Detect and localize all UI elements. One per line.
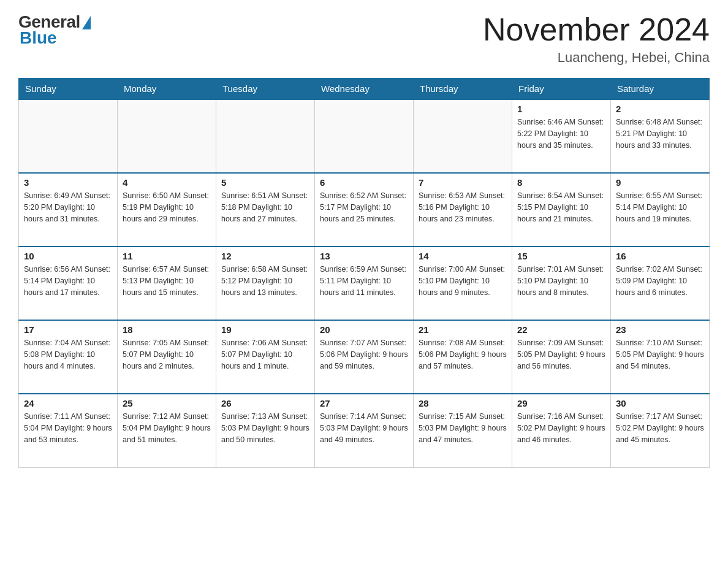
calendar-cell: 3Sunrise: 6:49 AM Sunset: 5:20 PM Daylig…: [19, 173, 118, 247]
day-info: Sunrise: 7:07 AM Sunset: 5:06 PM Dayligh…: [320, 337, 408, 372]
week-row-3: 10Sunrise: 6:56 AM Sunset: 5:14 PM Dayli…: [19, 247, 710, 320]
calendar-cell: 20Sunrise: 7:07 AM Sunset: 5:06 PM Dayli…: [315, 320, 414, 394]
day-info: Sunrise: 7:10 AM Sunset: 5:05 PM Dayligh…: [616, 337, 704, 372]
calendar-cell: [118, 99, 216, 173]
calendar-cell: 17Sunrise: 7:04 AM Sunset: 5:08 PM Dayli…: [19, 320, 118, 394]
day-info: Sunrise: 7:02 AM Sunset: 5:09 PM Dayligh…: [616, 264, 704, 298]
week-row-1: 1Sunrise: 6:46 AM Sunset: 5:22 PM Daylig…: [19, 99, 710, 173]
calendar-cell: 28Sunrise: 7:15 AM Sunset: 5:03 PM Dayli…: [414, 394, 512, 467]
day-number: 28: [419, 398, 507, 408]
calendar-cell: 21Sunrise: 7:08 AM Sunset: 5:06 PM Dayli…: [414, 320, 512, 394]
calendar-cell: 18Sunrise: 7:05 AM Sunset: 5:07 PM Dayli…: [118, 320, 216, 394]
logo-blue-text: Blue: [20, 28, 57, 48]
day-number: 25: [123, 398, 211, 408]
day-number: 6: [320, 177, 408, 188]
weekday-header-wednesday: Wednesday: [315, 79, 414, 100]
day-number: 17: [24, 324, 112, 335]
day-number: 8: [517, 177, 605, 188]
day-info: Sunrise: 7:17 AM Sunset: 5:02 PM Dayligh…: [616, 411, 704, 445]
day-number: 4: [123, 177, 211, 188]
logo-triangle-icon: [82, 16, 91, 29]
weekday-header-thursday: Thursday: [414, 79, 512, 100]
day-number: 24: [24, 398, 112, 408]
calendar-cell: 7Sunrise: 6:53 AM Sunset: 5:16 PM Daylig…: [414, 173, 512, 247]
day-number: 27: [320, 398, 408, 408]
week-row-5: 24Sunrise: 7:11 AM Sunset: 5:04 PM Dayli…: [19, 394, 710, 467]
day-number: 30: [616, 398, 704, 408]
day-number: 18: [123, 324, 211, 335]
title-block: November 2024 Luancheng, Hebei, China: [483, 12, 710, 66]
calendar-cell: 8Sunrise: 6:54 AM Sunset: 5:15 PM Daylig…: [512, 173, 611, 247]
day-number: 12: [221, 251, 309, 261]
day-number: 5: [221, 177, 309, 188]
day-number: 13: [320, 251, 408, 261]
day-info: Sunrise: 7:16 AM Sunset: 5:02 PM Dayligh…: [517, 411, 605, 445]
day-info: Sunrise: 7:06 AM Sunset: 5:07 PM Dayligh…: [221, 337, 309, 372]
day-info: Sunrise: 7:04 AM Sunset: 5:08 PM Dayligh…: [24, 337, 112, 372]
day-info: Sunrise: 6:57 AM Sunset: 5:13 PM Dayligh…: [123, 264, 211, 298]
day-info: Sunrise: 6:59 AM Sunset: 5:11 PM Dayligh…: [320, 264, 408, 298]
day-info: Sunrise: 6:48 AM Sunset: 5:21 PM Dayligh…: [616, 117, 704, 151]
day-info: Sunrise: 6:49 AM Sunset: 5:20 PM Dayligh…: [24, 190, 112, 224]
calendar-cell: 25Sunrise: 7:12 AM Sunset: 5:04 PM Dayli…: [118, 394, 216, 467]
calendar-cell: 4Sunrise: 6:50 AM Sunset: 5:19 PM Daylig…: [118, 173, 216, 247]
calendar-cell: [315, 99, 414, 173]
calendar-cell: 10Sunrise: 6:56 AM Sunset: 5:14 PM Dayli…: [19, 247, 118, 320]
day-number: 21: [419, 324, 507, 335]
weekday-header-row: SundayMondayTuesdayWednesdayThursdayFrid…: [19, 79, 710, 100]
week-row-4: 17Sunrise: 7:04 AM Sunset: 5:08 PM Dayli…: [19, 320, 710, 394]
day-number: 29: [517, 398, 605, 408]
day-info: Sunrise: 6:50 AM Sunset: 5:19 PM Dayligh…: [123, 190, 211, 224]
calendar-cell: 2Sunrise: 6:48 AM Sunset: 5:21 PM Daylig…: [611, 99, 710, 173]
day-info: Sunrise: 6:53 AM Sunset: 5:16 PM Dayligh…: [419, 190, 507, 224]
calendar-cell: 13Sunrise: 6:59 AM Sunset: 5:11 PM Dayli…: [315, 247, 414, 320]
weekday-header-tuesday: Tuesday: [216, 79, 315, 100]
weekday-header-saturday: Saturday: [611, 79, 710, 100]
weekday-header-friday: Friday: [512, 79, 611, 100]
day-info: Sunrise: 6:51 AM Sunset: 5:18 PM Dayligh…: [221, 190, 309, 224]
day-info: Sunrise: 6:54 AM Sunset: 5:15 PM Dayligh…: [517, 190, 605, 224]
weekday-header-monday: Monday: [118, 79, 216, 100]
day-number: 7: [419, 177, 507, 188]
calendar-cell: [19, 99, 118, 173]
location-text: Luancheng, Hebei, China: [483, 50, 710, 66]
calendar-cell: 11Sunrise: 6:57 AM Sunset: 5:13 PM Dayli…: [118, 247, 216, 320]
calendar-cell: 6Sunrise: 6:52 AM Sunset: 5:17 PM Daylig…: [315, 173, 414, 247]
day-info: Sunrise: 6:55 AM Sunset: 5:14 PM Dayligh…: [616, 190, 704, 224]
calendar-cell: 29Sunrise: 7:16 AM Sunset: 5:02 PM Dayli…: [512, 394, 611, 467]
day-number: 3: [24, 177, 112, 188]
calendar-cell: 12Sunrise: 6:58 AM Sunset: 5:12 PM Dayli…: [216, 247, 315, 320]
day-info: Sunrise: 7:08 AM Sunset: 5:06 PM Dayligh…: [419, 337, 507, 372]
day-number: 23: [616, 324, 704, 335]
day-info: Sunrise: 7:13 AM Sunset: 5:03 PM Dayligh…: [221, 411, 309, 445]
day-info: Sunrise: 7:14 AM Sunset: 5:03 PM Dayligh…: [320, 411, 408, 445]
day-number: 10: [24, 251, 112, 261]
day-number: 1: [517, 104, 605, 114]
day-number: 2: [616, 104, 704, 114]
day-number: 22: [517, 324, 605, 335]
calendar-cell: 9Sunrise: 6:55 AM Sunset: 5:14 PM Daylig…: [611, 173, 710, 247]
day-info: Sunrise: 7:05 AM Sunset: 5:07 PM Dayligh…: [123, 337, 211, 372]
day-number: 9: [616, 177, 704, 188]
calendar-cell: 23Sunrise: 7:10 AM Sunset: 5:05 PM Dayli…: [611, 320, 710, 394]
calendar-table: SundayMondayTuesdayWednesdayThursdayFrid…: [18, 78, 710, 468]
calendar-cell: 15Sunrise: 7:01 AM Sunset: 5:10 PM Dayli…: [512, 247, 611, 320]
week-row-2: 3Sunrise: 6:49 AM Sunset: 5:20 PM Daylig…: [19, 173, 710, 247]
logo: General Blue: [18, 12, 91, 48]
day-number: 14: [419, 251, 507, 261]
day-info: Sunrise: 6:58 AM Sunset: 5:12 PM Dayligh…: [221, 264, 309, 298]
calendar-cell: 24Sunrise: 7:11 AM Sunset: 5:04 PM Dayli…: [19, 394, 118, 467]
calendar-cell: 1Sunrise: 6:46 AM Sunset: 5:22 PM Daylig…: [512, 99, 611, 173]
month-title: November 2024: [483, 12, 710, 47]
day-info: Sunrise: 7:09 AM Sunset: 5:05 PM Dayligh…: [517, 337, 605, 372]
day-number: 16: [616, 251, 704, 261]
day-number: 19: [221, 324, 309, 335]
day-number: 26: [221, 398, 309, 408]
day-info: Sunrise: 7:00 AM Sunset: 5:10 PM Dayligh…: [419, 264, 507, 298]
day-info: Sunrise: 7:15 AM Sunset: 5:03 PM Dayligh…: [419, 411, 507, 445]
day-info: Sunrise: 7:11 AM Sunset: 5:04 PM Dayligh…: [24, 411, 112, 445]
day-number: 11: [123, 251, 211, 261]
weekday-header-sunday: Sunday: [19, 79, 118, 100]
day-info: Sunrise: 7:12 AM Sunset: 5:04 PM Dayligh…: [123, 411, 211, 445]
calendar-cell: 19Sunrise: 7:06 AM Sunset: 5:07 PM Dayli…: [216, 320, 315, 394]
